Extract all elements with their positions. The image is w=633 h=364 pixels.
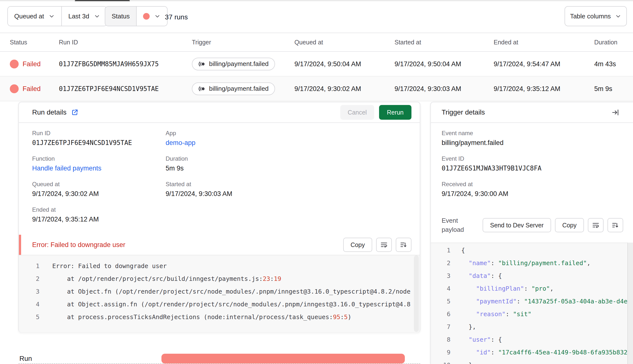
table-header-row: Status Run ID Trigger Queued at Started … (0, 33, 633, 52)
open-run-external-link-icon[interactable] (71, 109, 78, 116)
line-number: 4 (19, 298, 40, 311)
runs-page: Queued at Last 3d Status 37 runs Table c… (0, 0, 633, 364)
code-line: 9 "id": "17ca4ff6-45ea-4149-9b48-6fa935b… (431, 346, 633, 359)
column-header-duration: Duration (594, 39, 618, 46)
error-title: Error: Failed to downgrade user (32, 241, 125, 249)
line-number: 7 (431, 320, 450, 333)
table-row[interactable]: Failed 01J7ZFBG5DMM85MJA9H659JX75 billin… (0, 52, 633, 76)
run-id: 01J7ZFBG5DMM85MJA9H659JX75 (59, 60, 159, 68)
trigger-event-badge[interactable]: billing/payment.failed (192, 82, 275, 95)
queued-at-field: Queued at 9/17/2024, 9:30:02 AM (32, 181, 99, 198)
scroll-to-bottom-button[interactable] (608, 218, 623, 232)
code-line: 3 at Object.fn (/opt/render/project/src/… (19, 285, 420, 298)
time-filter-group: Queued at Last 3d (7, 6, 107, 26)
column-header-ended-at: Ended at (494, 39, 518, 46)
queued-at-value: 9/17/2024, 9:30:02 AM (294, 85, 361, 92)
code-line: 4 "billingPlan": "pro", (431, 282, 633, 295)
line-number: 4 (431, 282, 450, 295)
line-number: 1 (431, 244, 450, 257)
cancel-button[interactable]: Cancel (340, 105, 374, 120)
function-link[interactable]: Handle failed payments (32, 164, 101, 172)
word-wrap-icon (592, 222, 600, 229)
code-line: 1Error: Failed to downgrade user (19, 260, 420, 272)
scroll-to-bottom-button[interactable] (396, 238, 412, 252)
line-number: 1 (19, 260, 40, 272)
started-at-field: Started at 9/17/2024, 9:30:03 AM (166, 181, 232, 198)
queued-at-filter-label: Queued at (14, 12, 44, 20)
column-header-trigger: Trigger (192, 39, 211, 46)
run-timeline: Run (18, 351, 420, 364)
status-text: Failed (22, 60, 41, 68)
word-wrap-button[interactable] (376, 238, 392, 252)
run-timeline-bar[interactable] (162, 354, 405, 364)
code-line: 2 at /opt/render/project/src/build/innge… (19, 272, 420, 285)
column-header-run-id: Run ID (59, 39, 78, 46)
started-at-value: 9/17/2024, 9:30:03 AM (394, 85, 461, 92)
copy-payload-button[interactable]: Copy (555, 218, 584, 232)
line-number: 3 (19, 285, 40, 298)
trigger-cell: billing/payment.failed (192, 58, 275, 70)
word-wrap-icon (380, 241, 388, 248)
received-at-value: 9/17/2024, 9:30:00 AM (442, 190, 508, 198)
code-line: 2 "name": "billing/payment.failed", (431, 257, 633, 270)
duration-label: Duration (166, 155, 188, 162)
run-id-field: Run ID 01J7ZE6TPJF6E94NCSD1V95TAE (32, 130, 132, 146)
error-header: Error: Failed to downgrade user Copy (19, 235, 420, 255)
code-line: 7 }, (431, 320, 633, 333)
stack-trace-scrollbar[interactable] (414, 255, 419, 332)
duration-value: 5m 9s (594, 85, 612, 92)
code-line: 10 } (431, 359, 633, 364)
line-number: 5 (431, 295, 450, 308)
scroll-to-bottom-icon (612, 222, 619, 229)
collapse-panel-button[interactable] (612, 109, 619, 116)
function-field: Function Handle failed payments (32, 155, 101, 172)
column-header-started-at: Started at (394, 39, 421, 46)
scroll-to-bottom-icon (400, 241, 407, 248)
trigger-details-header: Trigger details (431, 102, 633, 123)
event-pulse-icon (198, 85, 206, 92)
ended-at-value: 9/17/2024, 9:35:12 AM (494, 85, 560, 92)
run-details-title: Run details (32, 108, 66, 116)
line-number: 8 (431, 333, 450, 346)
app-link[interactable]: demo-app (166, 139, 196, 146)
trigger-cell: billing/payment.failed (192, 82, 275, 95)
status-text: Failed (22, 85, 41, 92)
table-row-selected[interactable]: Failed 01J7ZE6TPJF6E94NCSD1V95TAE billin… (0, 76, 633, 101)
function-label: Function (32, 155, 101, 162)
failed-status-dot-icon (10, 60, 19, 68)
trigger-event-name: billing/payment.failed (209, 85, 269, 92)
table-columns-button[interactable]: Table columns (564, 6, 627, 26)
duration-value: 5m 9s (166, 164, 188, 172)
code-line: 5 at process.processTicksAndRejections (… (19, 311, 420, 324)
time-range-filter-button[interactable]: Last 3d (61, 6, 106, 26)
payload-scrollbar[interactable] (627, 242, 633, 364)
event-payload-label: Event payload (442, 216, 476, 234)
code-line: 4 at Object.assign.fn (/opt/render/proje… (19, 298, 420, 311)
timeline-run-label: Run (20, 355, 32, 362)
time-range-filter-label: Last 3d (68, 12, 89, 20)
runs-table: Status Run ID Trigger Queued at Started … (0, 33, 633, 101)
duration-value: 4m 43s (594, 60, 616, 68)
rerun-button[interactable]: Rerun (379, 105, 412, 120)
line-number: 3 (431, 270, 450, 282)
queued-at-value: 9/17/2024, 9:50:04 AM (294, 60, 361, 68)
filters-toolbar: Queued at Last 3d Status 37 runs Table c… (0, 1, 633, 33)
event-payload-json: 1{2 "name": "billing/payment.failed",3 "… (431, 242, 633, 364)
trigger-details-panel: Trigger details Event name billing/payme… (430, 102, 633, 364)
event-name-label: Event name (442, 130, 504, 136)
run-id-value: 01J7ZE6TPJF6E94NCSD1V95TAE (32, 139, 132, 146)
word-wrap-button[interactable] (588, 218, 604, 232)
send-to-dev-server-button[interactable]: Send to Dev Server (482, 218, 551, 232)
chevron-down-icon (154, 13, 161, 20)
status-filter-value-button[interactable] (136, 6, 167, 26)
collapse-right-icon (612, 109, 619, 116)
queued-at-filter-button[interactable]: Queued at (8, 6, 61, 26)
line-number: 2 (431, 257, 450, 270)
copy-error-button[interactable]: Copy (343, 238, 372, 252)
code-line: 5 "paymentId": "1437a25f-05a3-404a-ab3e-… (431, 295, 633, 308)
runs-count: 37 runs (165, 1, 188, 33)
trigger-event-badge[interactable]: billing/payment.failed (192, 58, 275, 70)
started-at-value: 9/17/2024, 9:50:04 AM (394, 60, 461, 68)
column-header-queued-at: Queued at (294, 39, 323, 46)
event-pulse-icon (198, 60, 206, 68)
